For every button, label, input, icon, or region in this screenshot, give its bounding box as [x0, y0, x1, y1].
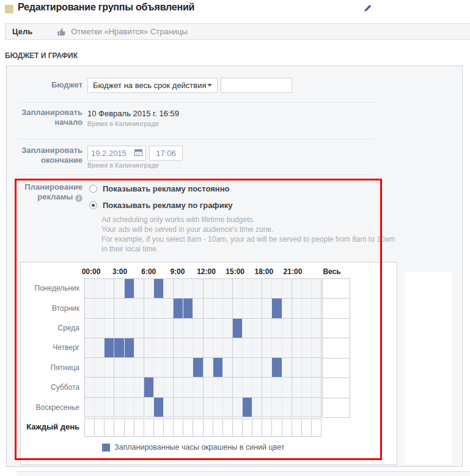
schedule-cell[interactable] — [301, 358, 311, 377]
schedule-cell[interactable] — [193, 319, 202, 338]
schedule-cell[interactable] — [94, 338, 104, 357]
schedule-cell[interactable] — [271, 279, 281, 298]
schedule-cell[interactable] — [134, 377, 144, 396]
schedule-cell[interactable] — [193, 377, 202, 396]
schedule-cell[interactable] — [262, 338, 271, 357]
schedule-cell[interactable] — [104, 358, 114, 377]
schedule-cell[interactable] — [163, 338, 173, 357]
schedule-cell[interactable] — [163, 377, 173, 396]
schedule-cell[interactable] — [222, 299, 232, 318]
schedule-cell[interactable] — [163, 319, 173, 338]
schedule-cell[interactable] — [183, 358, 193, 377]
schedule-cell[interactable] — [183, 377, 193, 396]
schedule-cell[interactable] — [282, 377, 292, 396]
schedule-cell[interactable] — [94, 299, 104, 318]
schedule-cell[interactable] — [104, 299, 114, 318]
every-day-cell[interactable] — [183, 419, 193, 436]
schedule-cell[interactable] — [203, 299, 213, 318]
all-day-cell[interactable] — [322, 338, 350, 358]
schedule-cell[interactable] — [193, 398, 202, 417]
schedule-cell-selected[interactable] — [193, 358, 202, 377]
schedule-cell[interactable] — [94, 319, 104, 338]
schedule-cell[interactable] — [232, 279, 242, 298]
schedule-cell-selected[interactable] — [153, 398, 163, 417]
schedule-cell[interactable] — [311, 299, 321, 318]
schedule-cell[interactable] — [173, 338, 183, 357]
schedule-cell[interactable] — [222, 358, 232, 377]
schedule-cell-selected[interactable] — [242, 398, 252, 417]
every-day-cell[interactable] — [114, 419, 123, 436]
every-day-cell[interactable] — [85, 419, 94, 436]
schedule-cell[interactable] — [134, 338, 144, 357]
schedule-cell[interactable] — [242, 299, 252, 318]
schedule-cell[interactable] — [252, 398, 262, 417]
schedule-cell[interactable] — [252, 299, 262, 318]
schedule-cell[interactable] — [232, 338, 242, 357]
schedule-cell[interactable] — [292, 358, 301, 377]
calendar-icon[interactable] — [134, 149, 142, 158]
schedule-cell[interactable] — [144, 358, 153, 377]
schedule-cell[interactable] — [163, 299, 173, 318]
schedule-cell[interactable] — [183, 319, 193, 338]
schedule-cell[interactable] — [232, 377, 242, 396]
every-day-cell[interactable] — [301, 419, 311, 436]
schedule-cell[interactable] — [104, 398, 114, 417]
every-day-cell[interactable] — [193, 419, 202, 436]
schedule-cell[interactable] — [124, 319, 134, 338]
schedule-cell-selected[interactable] — [173, 299, 183, 318]
schedule-cell[interactable] — [282, 338, 292, 357]
every-day-cell[interactable] — [203, 419, 213, 436]
schedule-cell[interactable] — [144, 279, 153, 298]
schedule-cell[interactable] — [301, 338, 311, 357]
schedule-cell[interactable] — [144, 299, 153, 318]
schedule-cell[interactable] — [144, 398, 153, 417]
all-day-cell[interactable] — [322, 398, 350, 418]
schedule-cell[interactable] — [124, 377, 134, 396]
schedule-cell-selected[interactable] — [271, 358, 281, 377]
schedule-cell[interactable] — [104, 319, 114, 338]
every-day-cell[interactable] — [134, 419, 144, 436]
schedule-cell[interactable] — [114, 299, 123, 318]
schedule-cell[interactable] — [104, 377, 114, 396]
schedule-cell[interactable] — [203, 319, 213, 338]
schedule-cell[interactable] — [144, 319, 153, 338]
schedule-cell[interactable] — [282, 319, 292, 338]
schedule-cell[interactable] — [262, 279, 271, 298]
every-day-cell[interactable] — [271, 419, 281, 436]
schedule-cell[interactable] — [282, 279, 292, 298]
schedule-cell[interactable] — [301, 398, 311, 417]
schedule-cell[interactable] — [94, 377, 104, 396]
schedule-cell[interactable] — [104, 279, 114, 298]
schedule-cell[interactable] — [252, 377, 262, 396]
schedule-cell[interactable] — [134, 279, 144, 298]
schedule-cell[interactable] — [94, 398, 104, 417]
schedule-cell[interactable] — [311, 319, 321, 338]
schedule-cell-selected[interactable] — [144, 377, 153, 396]
schedule-cell[interactable] — [232, 398, 242, 417]
schedule-cell[interactable] — [222, 338, 232, 357]
schedule-cell[interactable] — [85, 377, 94, 396]
schedule-cell[interactable] — [153, 338, 163, 357]
schedule-cell[interactable] — [213, 319, 222, 338]
schedule-cell[interactable] — [311, 279, 321, 298]
schedule-cell[interactable] — [203, 398, 213, 417]
schedule-cell[interactable] — [252, 358, 262, 377]
schedule-cell[interactable] — [85, 338, 94, 357]
schedule-cell[interactable] — [193, 338, 202, 357]
schedule-cell[interactable] — [282, 398, 292, 417]
schedule-cell-selected[interactable] — [114, 338, 123, 357]
schedule-cell[interactable] — [262, 398, 271, 417]
every-day-cell[interactable] — [94, 419, 104, 436]
schedule-cell[interactable] — [213, 299, 222, 318]
schedule-cell[interactable] — [134, 358, 144, 377]
schedule-cell[interactable] — [114, 398, 123, 417]
schedule-cell[interactable] — [242, 358, 252, 377]
all-day-cell[interactable] — [322, 377, 350, 398]
schedule-cell[interactable] — [193, 299, 202, 318]
schedule-cell[interactable] — [292, 319, 301, 338]
schedule-cell[interactable] — [252, 319, 262, 338]
schedule-cell[interactable] — [301, 319, 311, 338]
every-day-cell[interactable] — [163, 419, 173, 436]
schedule-cell[interactable] — [301, 377, 311, 396]
every-day-cell[interactable] — [252, 419, 262, 436]
